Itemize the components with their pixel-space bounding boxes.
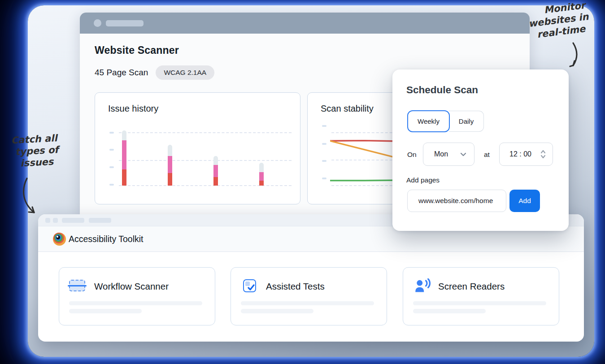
- time-value: 12 : 00: [509, 150, 531, 158]
- window-title-placeholder: [106, 20, 144, 26]
- axis-tick: [322, 125, 326, 127]
- issue-history-card: Issue history: [95, 92, 300, 204]
- modal-title: Schedule Scan: [406, 84, 478, 96]
- axis-tick: [322, 160, 326, 162]
- at-label: at: [484, 151, 490, 159]
- assisted-tests-card[interactable]: Assisted Tests: [231, 267, 387, 325]
- skeleton-line: [413, 309, 486, 313]
- issue-bar: [122, 130, 126, 186]
- gray-segment: [122, 130, 126, 140]
- window-control-placeholder: [45, 218, 50, 223]
- checkbox-check-icon: [243, 279, 256, 292]
- scanner-window-titlebar: [80, 13, 530, 34]
- skeleton-line: [413, 301, 546, 305]
- red-segment: [122, 169, 126, 186]
- pink-segment: [122, 140, 126, 169]
- window-dot-placeholder: [94, 19, 101, 27]
- add-button[interactable]: Add: [509, 190, 540, 212]
- on-label: On: [407, 151, 417, 159]
- scan-count-label: 45 Page Scan: [95, 68, 148, 78]
- add-pages-label: Add pages: [406, 176, 440, 184]
- chevron-down-icon: [460, 152, 466, 156]
- issue-bar: [213, 156, 218, 186]
- marquee-line-icon: [69, 280, 85, 291]
- page-title: Website Scanner: [95, 44, 179, 56]
- time-stepper[interactable]: 12 : 00: [499, 143, 553, 166]
- gray-segment: [168, 145, 172, 156]
- frequency-weekly-button[interactable]: Weekly: [407, 110, 450, 132]
- axis-tick: [109, 132, 114, 134]
- assisted-tests-title: Assisted Tests: [266, 281, 325, 292]
- issue-bar: [259, 163, 264, 186]
- axis-tick: [109, 166, 114, 168]
- skeleton-line: [69, 301, 202, 305]
- screen-readers-title: Screen Readers: [438, 281, 505, 292]
- url-input-value: www.website.com/home: [418, 197, 493, 205]
- day-select[interactable]: Mon: [423, 143, 474, 166]
- skeleton-line: [241, 309, 313, 313]
- curved-arrow-icon: [20, 178, 41, 218]
- stepper-chevrons-icon[interactable]: [540, 149, 546, 160]
- annotation-catch-issues: Catch all types of issues: [6, 131, 75, 170]
- skeleton-line: [241, 301, 374, 305]
- window-control-placeholder: [53, 218, 58, 223]
- axis-tick: [322, 143, 326, 145]
- gray-segment: [259, 163, 264, 172]
- pink-segment: [213, 165, 218, 177]
- day-select-value: Mon: [434, 150, 448, 158]
- screen-readers-card[interactable]: Screen Readers: [403, 267, 559, 325]
- issue-history-plot: [119, 130, 292, 186]
- curved-arrow-icon: [569, 42, 583, 70]
- wcag-badge: WCAG 2.1AA: [156, 65, 214, 80]
- scan-summary-row: 45 Page Scan WCAG 2.1AA: [95, 65, 214, 80]
- issue-history-title: Issue history: [108, 104, 158, 114]
- gray-segment: [213, 156, 218, 165]
- workflow-scanner-card[interactable]: Workflow Scanner: [59, 267, 215, 325]
- window-tab-placeholder: [89, 218, 111, 223]
- issue-bar: [168, 145, 172, 186]
- toolkit-title: Accessibility Toolkit: [69, 234, 144, 244]
- window-tab-placeholder: [62, 218, 84, 223]
- scan-stability-title: Scan stability: [321, 104, 374, 114]
- red-segment: [213, 177, 218, 186]
- workflow-scanner-title: Workflow Scanner: [94, 281, 169, 292]
- toolkit-window: Accessibility Toolkit Workflow Scanner A…: [38, 214, 584, 342]
- axis-tick: [109, 149, 114, 151]
- pink-segment: [259, 172, 264, 181]
- eye-logo-icon: [53, 233, 66, 246]
- red-segment: [168, 173, 172, 186]
- person-voice-icon: [414, 278, 431, 293]
- frequency-daily-button[interactable]: Daily: [449, 111, 484, 132]
- url-input[interactable]: www.website.com/home: [407, 190, 506, 212]
- red-segment: [259, 181, 264, 186]
- pink-segment: [168, 156, 172, 173]
- axis-tick: [322, 178, 326, 179]
- axis-tick: [109, 184, 114, 186]
- skeleton-line: [69, 309, 142, 313]
